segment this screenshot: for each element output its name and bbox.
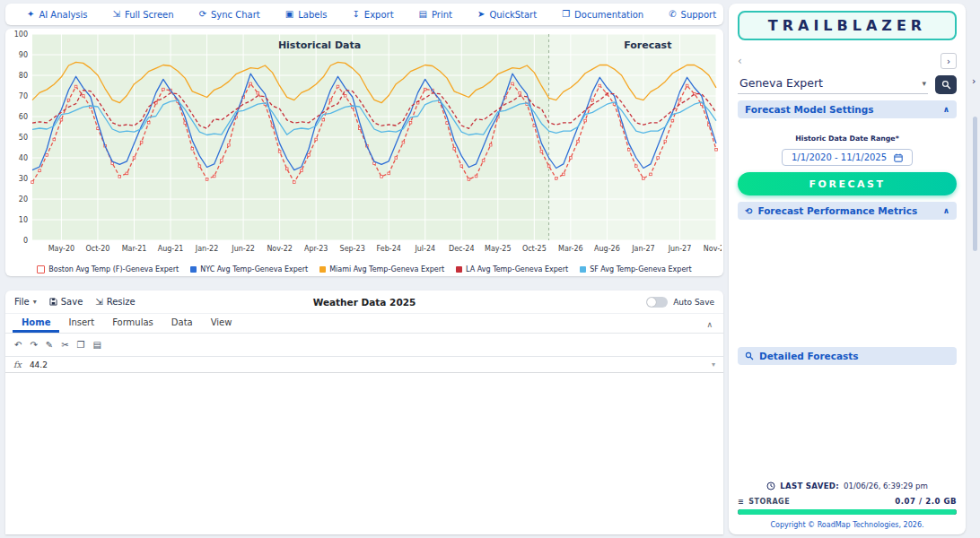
series-marker	[424, 88, 426, 91]
legend-swatch	[456, 266, 462, 273]
storage-value: 0.07 / 2.0 GB	[895, 497, 957, 506]
legend-item-boston-avg-temp-f-geneva-expert[interactable]: Boston Avg Temp (F)-Geneva Expert	[37, 265, 179, 273]
storage-section: ≡ STORAGE 0.07 / 2.0 GB	[738, 497, 957, 515]
settings-grid	[738, 125, 957, 126]
toolbar-item-label: Print	[432, 10, 452, 20]
formula-value[interactable]: 44.2	[30, 360, 704, 369]
full-screen-icon: ⇲	[113, 10, 120, 19]
toolbar-item-label: Support	[681, 10, 717, 20]
legend-label: Boston Avg Temp (F)-Geneva Expert	[48, 265, 179, 273]
nav-back-icon[interactable]: ‹	[738, 55, 742, 67]
toolbar-item-print[interactable]: ▤Print	[419, 10, 452, 20]
spreadsheet-grid[interactable]	[5, 373, 723, 534]
series-marker	[540, 151, 543, 153]
x-tick-label: Aug-26	[594, 245, 620, 253]
file-menu-button[interactable]: File ▾	[14, 297, 37, 307]
series-marker	[271, 125, 274, 127]
historical-region-label: Historical Data	[278, 39, 361, 51]
series-marker	[446, 122, 449, 125]
x-tick-label: Jan-27	[631, 245, 654, 253]
series-marker	[221, 160, 223, 162]
formula-expand-icon[interactable]: ▾	[712, 360, 715, 369]
tab-formulas[interactable]: Formulas	[103, 315, 162, 333]
copy-icon[interactable]: ❐	[77, 341, 85, 350]
chevron-up-icon: ∧	[943, 206, 949, 215]
clock-icon	[766, 482, 775, 490]
sheet-toolbar: ↶↷✎✂❐▤	[5, 334, 723, 357]
series-marker	[584, 119, 587, 122]
metrics-section-header[interactable]: ⟲ Forecast Performance Metrics ∧	[738, 202, 957, 220]
series-marker	[67, 99, 70, 101]
detailed-forecasts-header[interactable]: Detailed Forecasts	[738, 347, 957, 365]
y-tick-label: 80	[19, 72, 28, 80]
forecast-chart[interactable]: 0102030405060708090100May-20Oct-20Mar-21…	[5, 29, 722, 256]
nav-forward-icon[interactable]: ›	[941, 53, 957, 69]
panel-edge-gutter: ›	[969, 0, 980, 538]
resize-label: Resize	[107, 297, 136, 307]
toolbar-item-full-screen[interactable]: ⇲Full Screen	[113, 10, 174, 20]
tab-data[interactable]: Data	[162, 315, 202, 333]
series-marker	[301, 169, 303, 172]
toolbar-item-export[interactable]: ↧Export	[352, 10, 393, 20]
forecast-button[interactable]: FORECAST	[738, 172, 957, 195]
app-root: ✦AI Analysis⇲Full Screen⟳Sync Chart▣Labe…	[0, 0, 980, 538]
undo-icon[interactable]: ↶	[14, 341, 22, 350]
toolbar-item-label: Labels	[298, 10, 327, 20]
series-marker	[97, 127, 100, 130]
toolbar-item-support[interactable]: ✆Support	[669, 10, 716, 20]
x-tick-label: Nov-27	[704, 245, 722, 253]
x-tick-label: Mar-21	[122, 245, 147, 253]
legend-item-sf-avg-temp-geneva-expert[interactable]: SF Avg Temp-Geneva Expert	[580, 265, 692, 273]
paste-icon[interactable]: ▤	[93, 341, 101, 350]
forecast-model-select[interactable]: Geneva Expert ▾	[738, 75, 928, 94]
ribbon-collapse-icon[interactable]: ∧	[706, 320, 713, 329]
toolbar-item-label: Sync Chart	[211, 10, 260, 20]
toolbar-item-documentation[interactable]: ❐Documentation	[562, 10, 643, 20]
model-category-nav: ‹ ›	[738, 53, 957, 69]
toolbar-item-labels[interactable]: ▣Labels	[285, 10, 328, 20]
series-marker	[285, 168, 288, 170]
legend-item-miami-avg-temp-geneva-expert[interactable]: Miami Avg Temp-Geneva Expert	[319, 265, 444, 273]
date-range-value: 1/1/2020 - 11/1/2025	[792, 152, 887, 162]
series-marker	[388, 172, 390, 175]
model-search-button[interactable]	[935, 75, 957, 94]
autosave-toggle[interactable]	[646, 297, 668, 308]
panel-expand-icon[interactable]: ›	[972, 75, 976, 87]
toolbar-item-ai-analysis[interactable]: ✦AI Analysis	[27, 10, 88, 20]
series-marker	[249, 82, 252, 85]
series-marker	[111, 162, 114, 165]
tab-insert[interactable]: Insert	[59, 315, 103, 333]
last-saved: LAST SAVED: 01/06/26, 6:39:29 pm	[738, 482, 957, 490]
series-marker	[533, 125, 536, 127]
paint-format-icon[interactable]: ✎	[46, 341, 53, 350]
brand-logo: TRAILBLAZER	[738, 11, 957, 40]
series-marker	[468, 178, 470, 181]
toolbar-item-quickstart[interactable]: ➤QuickStart	[477, 10, 537, 20]
legend-item-la-avg-temp-geneva-expert[interactable]: LA Avg Temp-Geneva Expert	[456, 265, 568, 273]
y-tick-label: 10	[19, 216, 28, 224]
toolbar-item-sync-chart[interactable]: ⟳Sync Chart	[199, 10, 260, 20]
tab-view[interactable]: View	[202, 315, 241, 333]
series-marker	[373, 162, 376, 165]
series-marker	[635, 165, 638, 168]
resize-button[interactable]: ⇲ Resize	[95, 297, 135, 307]
redo-icon[interactable]: ↷	[30, 341, 37, 350]
scrollbar-thumb[interactable]	[973, 117, 977, 251]
legend-swatch	[319, 266, 326, 273]
formula-bar[interactable]: fx 44.2 ▾	[5, 357, 723, 373]
save-button[interactable]: Save	[49, 297, 83, 307]
x-tick-label: Mar-26	[558, 245, 583, 253]
tab-home[interactable]: Home	[13, 315, 59, 333]
search-icon	[745, 351, 754, 360]
series-marker	[519, 91, 521, 94]
series-marker	[671, 119, 674, 122]
date-range-input[interactable]: 1/1/2020 - 11/1/2025	[782, 149, 913, 166]
legend-item-nyc-avg-temp-geneva-expert[interactable]: NYC Avg Temp-Geneva Expert	[190, 265, 308, 273]
series-marker	[381, 176, 383, 178]
series-marker	[126, 172, 128, 175]
settings-section-header[interactable]: Forecast Model Settings ∧	[738, 100, 957, 118]
x-tick-label: May-25	[485, 245, 511, 253]
series-marker	[257, 91, 259, 94]
cut-icon[interactable]: ✂	[61, 341, 68, 350]
chart-card: 0102030405060708090100May-20Oct-20Mar-21…	[5, 29, 723, 276]
